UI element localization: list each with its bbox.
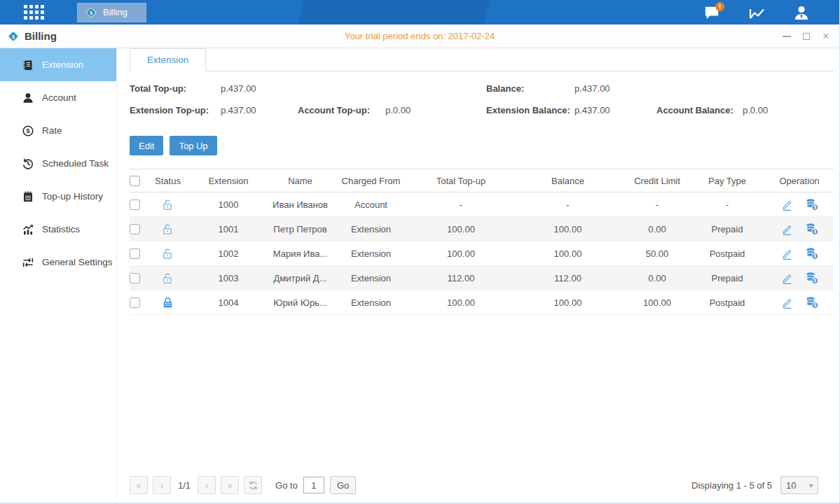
sidebar-item-label: Extension bbox=[42, 59, 83, 70]
maximize-icon[interactable] bbox=[801, 31, 811, 41]
total-topup-value: p.437.00 bbox=[221, 83, 256, 94]
go-button[interactable]: Go bbox=[330, 476, 356, 494]
extension-icon bbox=[22, 59, 34, 71]
page-size-value: 10 bbox=[786, 480, 796, 491]
extensions-table: Status Extension Name Charged From Total… bbox=[130, 169, 834, 315]
first-page-button[interactable]: « bbox=[130, 476, 148, 494]
account-topup-value: p.0.00 bbox=[385, 105, 411, 115]
row-checkbox[interactable] bbox=[130, 298, 140, 308]
cell-pay-type: Prepaid bbox=[689, 224, 765, 234]
cell-pay-type: - bbox=[689, 200, 765, 210]
edit-pencil-icon[interactable] bbox=[780, 296, 794, 309]
sidebar-item-label: Statistics bbox=[42, 224, 80, 234]
topup-coins-icon[interactable]: $ bbox=[805, 246, 819, 260]
extension-balance-label: Extension Balance: bbox=[486, 105, 570, 115]
column-header-credit-limit[interactable]: Credit Limit bbox=[625, 176, 689, 186]
apps-grid-icon[interactable] bbox=[24, 5, 45, 20]
topup-coins-icon[interactable]: $ bbox=[805, 271, 819, 285]
rate-icon: $ bbox=[22, 125, 34, 137]
lock-open-icon[interactable] bbox=[161, 223, 174, 236]
app-window: $ Billing ! bbox=[0, 0, 840, 504]
cell-pay-type: Prepaid bbox=[689, 273, 765, 284]
topup-coins-icon[interactable]: $ bbox=[805, 197, 819, 211]
lock-closed-icon[interactable] bbox=[161, 296, 174, 309]
cell-balance: - bbox=[511, 200, 625, 210]
lock-open-icon[interactable] bbox=[161, 198, 174, 211]
edit-pencil-icon[interactable] bbox=[780, 223, 794, 236]
next-page-button[interactable]: › bbox=[198, 476, 216, 494]
column-header-total-topup[interactable]: Total Top-up bbox=[411, 176, 511, 186]
cell-charged-from: Extension bbox=[331, 273, 411, 284]
edit-pencil-icon[interactable] bbox=[780, 198, 794, 211]
tab-extension[interactable]: Extension bbox=[130, 48, 206, 71]
cell-extension: 1004 bbox=[187, 298, 270, 308]
sidebar-item-label: Account bbox=[42, 92, 76, 103]
account-balance-value: p.0.00 bbox=[743, 105, 768, 115]
chat-icon[interactable]: ! bbox=[702, 4, 722, 22]
edit-pencil-icon[interactable] bbox=[780, 247, 794, 260]
topbar: $ Billing ! bbox=[0, 0, 839, 24]
lock-open-icon[interactable] bbox=[161, 272, 174, 285]
tab-label: Extension bbox=[147, 55, 188, 65]
table-row[interactable]: 1000 Иван Иванов Account - - - - $ bbox=[130, 192, 834, 217]
goto-page-input[interactable] bbox=[303, 477, 324, 493]
sidebar-item-statistics[interactable]: Statistics bbox=[0, 213, 116, 246]
titlebar: $ Billing Your trial period ends on: 201… bbox=[0, 24, 839, 48]
goto-label: Go to bbox=[275, 480, 298, 491]
column-header-pay-type[interactable]: Pay Type bbox=[689, 176, 765, 186]
user-icon[interactable] bbox=[792, 4, 811, 22]
minimize-icon[interactable] bbox=[782, 31, 792, 41]
table-row[interactable]: 1001 Петр Петров Extension 100.00 100.00… bbox=[130, 217, 834, 241]
topup-coins-icon[interactable]: $ bbox=[805, 295, 819, 309]
sidebar-item-scheduled-task[interactable]: Scheduled Task bbox=[0, 147, 116, 180]
table-body: 1000 Иван Иванов Account - - - - $ bbox=[130, 192, 834, 315]
column-header-extension[interactable]: Extension bbox=[187, 176, 270, 186]
sidebar-item-general-settings[interactable]: General Settings bbox=[0, 246, 116, 279]
cell-charged-from: Extension bbox=[331, 248, 411, 259]
sidebar-item-label: Rate bbox=[42, 125, 62, 136]
last-page-button[interactable]: » bbox=[221, 476, 239, 494]
table-row[interactable]: 1002 Мария Ива... Extension 100.00 100.0… bbox=[130, 241, 834, 266]
row-checkbox[interactable] bbox=[130, 248, 140, 259]
edit-button[interactable]: Edit bbox=[130, 136, 163, 155]
sidebar: Extension Account $ Rate bbox=[0, 48, 117, 503]
row-checkbox[interactable] bbox=[130, 200, 140, 210]
select-all-checkbox[interactable] bbox=[130, 176, 140, 186]
column-header-charged-from[interactable]: Charged From bbox=[331, 176, 411, 186]
top-up-button[interactable]: Top Up bbox=[170, 136, 216, 155]
column-header-operation[interactable]: Operation bbox=[765, 176, 834, 186]
column-header-balance[interactable]: Balance bbox=[511, 176, 625, 186]
main-panel: Extension Total Top-up: p.437.00 Balance… bbox=[117, 48, 840, 503]
page-indicator: 1/1 bbox=[178, 480, 191, 491]
row-checkbox[interactable] bbox=[130, 273, 140, 284]
pagination-bar: « ‹ 1/1 › » Go to Go Displaying bbox=[130, 476, 834, 494]
svg-text:$: $ bbox=[813, 229, 816, 234]
lock-open-icon[interactable] bbox=[161, 247, 174, 260]
table-row[interactable]: 1004 Юрий Юрь... Extension 100.00 100.00… bbox=[130, 290, 834, 315]
sidebar-item-rate[interactable]: $ Rate bbox=[0, 114, 116, 147]
refresh-button[interactable] bbox=[244, 476, 262, 494]
sidebar-item-extension[interactable]: Extension bbox=[0, 48, 116, 81]
column-header-name[interactable]: Name bbox=[270, 176, 331, 186]
page-size-select[interactable]: 10 ▾ bbox=[780, 476, 818, 494]
sidebar-item-topup-history[interactable]: Top-up History bbox=[0, 180, 116, 213]
row-checkbox[interactable] bbox=[130, 224, 140, 234]
svg-text:$: $ bbox=[813, 302, 816, 308]
topup-coins-icon[interactable]: $ bbox=[805, 222, 819, 236]
account-icon bbox=[22, 92, 34, 104]
table-row[interactable]: 1003 Дмитрий Д... Extension 112.00 112.0… bbox=[130, 266, 834, 290]
column-header-status[interactable]: Status bbox=[149, 176, 187, 186]
account-balance-label: Account Balance: bbox=[656, 105, 734, 115]
prev-page-button[interactable]: ‹ bbox=[153, 476, 171, 494]
cell-total-topup: 112.00 bbox=[411, 273, 511, 284]
topbar-tab-billing[interactable]: $ Billing bbox=[77, 3, 146, 22]
close-icon[interactable]: × bbox=[821, 31, 831, 41]
cell-name: Петр Петров bbox=[270, 224, 331, 234]
chart-icon[interactable] bbox=[747, 4, 766, 22]
cell-credit-limit: 0.00 bbox=[625, 273, 689, 284]
sidebar-item-account[interactable]: Account bbox=[0, 81, 116, 114]
sidebar-item-label: Scheduled Task bbox=[42, 158, 109, 169]
balance-value: p.437.00 bbox=[574, 83, 610, 94]
cell-charged-from: Extension bbox=[331, 224, 411, 234]
edit-pencil-icon[interactable] bbox=[780, 272, 794, 285]
